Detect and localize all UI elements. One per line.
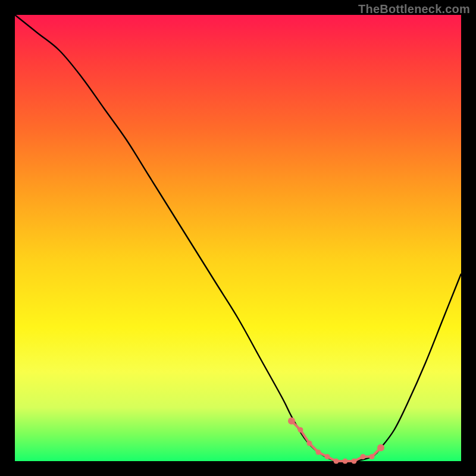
- watermark-text: TheBottleneck.com: [358, 2, 470, 16]
- chart-svg: [15, 15, 461, 461]
- optimal-zone-connector: [292, 421, 381, 462]
- bottleneck-curve-path: [15, 15, 461, 462]
- chart-plot-area: [15, 15, 461, 461]
- chart-frame: TheBottleneck.com: [0, 0, 476, 476]
